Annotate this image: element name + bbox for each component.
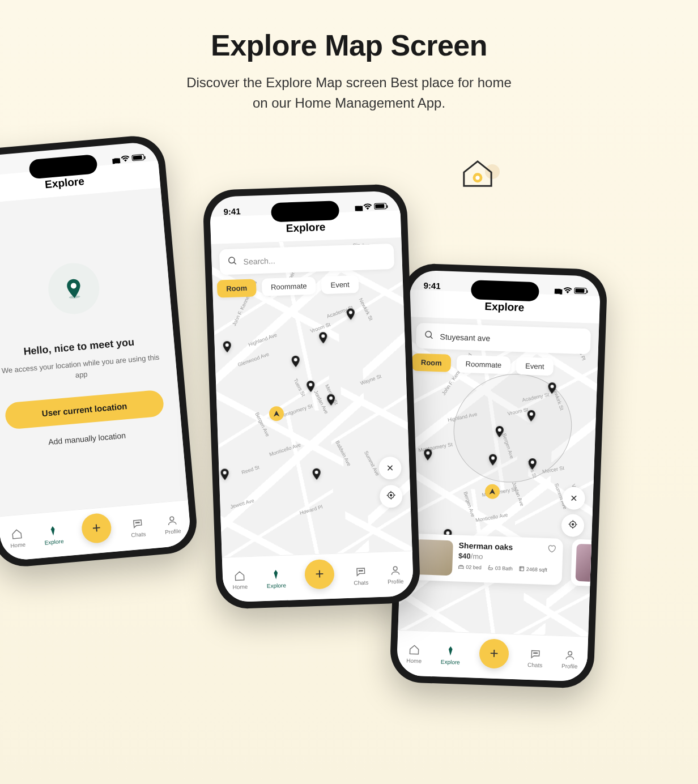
search-input[interactable]: Stuyesant ave	[416, 323, 591, 355]
chip-roommate[interactable]: Roommate	[456, 355, 511, 374]
chat-icon	[131, 517, 144, 530]
chip-event[interactable]: Event	[516, 357, 554, 376]
status-time: 9:41	[223, 206, 241, 216]
svg-point-32	[572, 523, 574, 525]
street-label: Howard Pl	[299, 504, 324, 516]
phone-mockup-2: 9:41 Explore Sip Ave Van Reypen St Newki…	[202, 184, 421, 610]
nav-chats[interactable]: Chats	[527, 647, 543, 668]
street-label: Wayne St	[360, 373, 382, 386]
status-time: 9:41	[423, 280, 441, 291]
nav-explore[interactable]: Explore	[266, 568, 286, 589]
street-label: Monticello Ave	[475, 512, 508, 523]
map[interactable]: Sip Ave Enos Pl Newkirk St Academy St Vr…	[398, 317, 599, 638]
bath-icon	[487, 564, 493, 570]
search-icon	[424, 330, 435, 342]
locate-button[interactable]	[380, 485, 403, 508]
listing-name: Sherman oaks	[458, 541, 557, 553]
compass-icon[interactable]	[485, 484, 500, 499]
map-pin-icon[interactable]	[421, 448, 435, 462]
map-pin-icon[interactable]	[524, 409, 538, 423]
svg-point-4	[135, 522, 137, 523]
phone-notch	[471, 280, 539, 301]
favorite-button[interactable]	[547, 544, 556, 556]
svg-point-38	[568, 651, 572, 655]
nav-chats[interactable]: Chats	[353, 565, 368, 586]
add-button[interactable]: +	[80, 512, 112, 544]
map-pin-icon[interactable]	[324, 393, 338, 407]
close-button[interactable]: ✕	[378, 457, 402, 480]
home-icon	[233, 569, 246, 582]
nav-profile[interactable]: Profile	[163, 513, 181, 535]
street-label: Newkirk St	[358, 297, 374, 322]
search-input[interactable]: Search...	[219, 244, 394, 275]
map-pin-icon[interactable]	[304, 380, 318, 394]
bottom-nav: Home Explore + Chats Profile	[397, 630, 589, 682]
map-pin-icon[interactable]	[316, 331, 330, 345]
chip-roommate[interactable]: Roommate	[262, 277, 317, 296]
nav-profile[interactable]: Profile	[387, 564, 404, 585]
map-pin-icon[interactable]	[220, 340, 234, 354]
nav-explore[interactable]: Explore	[441, 644, 461, 665]
wifi-icon	[121, 154, 130, 164]
svg-rect-33	[459, 566, 463, 568]
crosshair-icon	[386, 490, 397, 503]
map-pin-icon[interactable]	[344, 307, 358, 321]
signal-icon	[554, 285, 561, 295]
chat-icon	[354, 565, 367, 578]
listing-card[interactable]: Sherman oaks $40/mo 02 bed 03 Bath 2468 …	[407, 534, 563, 585]
svg-point-19	[359, 570, 360, 571]
locate-button[interactable]	[561, 514, 584, 537]
nav-home[interactable]: Home	[9, 527, 26, 548]
svg-point-1	[475, 176, 479, 180]
wifi-icon	[563, 286, 572, 296]
house-pin-icon	[461, 159, 494, 189]
close-button[interactable]: ✕	[562, 487, 585, 510]
explore-icon	[444, 644, 457, 657]
chip-event[interactable]: Event	[321, 275, 359, 294]
svg-point-21	[361, 570, 363, 571]
street-label: Monticello Ave	[269, 442, 301, 457]
map-pin-icon[interactable]	[218, 467, 232, 482]
nav-chats[interactable]: Chats	[130, 517, 146, 538]
nav-explore[interactable]: Explore	[43, 523, 64, 546]
hero-subtitle: Discover the Explore Map screen Best pla…	[0, 73, 698, 113]
close-icon: ✕	[570, 493, 578, 504]
svg-point-22	[393, 566, 397, 570]
map-pin-icon[interactable]	[545, 381, 559, 395]
add-button[interactable]: +	[479, 638, 509, 669]
close-icon: ✕	[386, 463, 394, 474]
map-pin-icon[interactable]	[492, 425, 507, 439]
add-button[interactable]: +	[304, 559, 335, 589]
map-pin-icon[interactable]	[288, 355, 303, 369]
use-location-button[interactable]: User current location	[4, 389, 164, 429]
listing-card-next[interactable]	[571, 539, 595, 586]
add-manual-location-link[interactable]: Add manually location	[48, 431, 126, 446]
battery-icon	[374, 203, 386, 210]
street-label: Glenwood Ave	[237, 351, 270, 368]
nav-home[interactable]: Home	[232, 569, 248, 590]
battery-icon	[131, 154, 144, 161]
svg-point-37	[537, 653, 538, 654]
chip-room[interactable]: Room	[217, 279, 257, 297]
map-pin-icon[interactable]	[525, 457, 539, 471]
phone-mockup-1: 9:41 Explore Hello, nice to meet you We …	[0, 134, 199, 569]
svg-point-7	[170, 516, 174, 520]
signal-icon	[354, 202, 361, 212]
svg-point-35	[534, 652, 535, 653]
bed-icon	[458, 564, 464, 570]
svg-point-20	[360, 570, 361, 571]
chat-icon	[529, 647, 542, 661]
greeting-title: Hello, nice to meet you	[23, 336, 135, 357]
street-label: Montgomery St	[279, 403, 313, 419]
location-pin-icon	[46, 261, 102, 316]
nav-profile[interactable]: Profile	[561, 649, 578, 670]
svg-point-36	[535, 652, 536, 653]
bottom-nav: Home Explore + Chats Profile	[222, 551, 414, 603]
map-pin-icon[interactable]	[486, 453, 500, 467]
map-pin-icon[interactable]	[309, 467, 324, 481]
chip-room[interactable]: Room	[411, 353, 451, 372]
compass-icon[interactable]	[269, 406, 284, 421]
map[interactable]: Sip Ave Van Reypen St Newkirk St Academy…	[211, 237, 412, 559]
nav-home[interactable]: Home	[406, 643, 422, 664]
crosshair-icon	[568, 519, 578, 532]
